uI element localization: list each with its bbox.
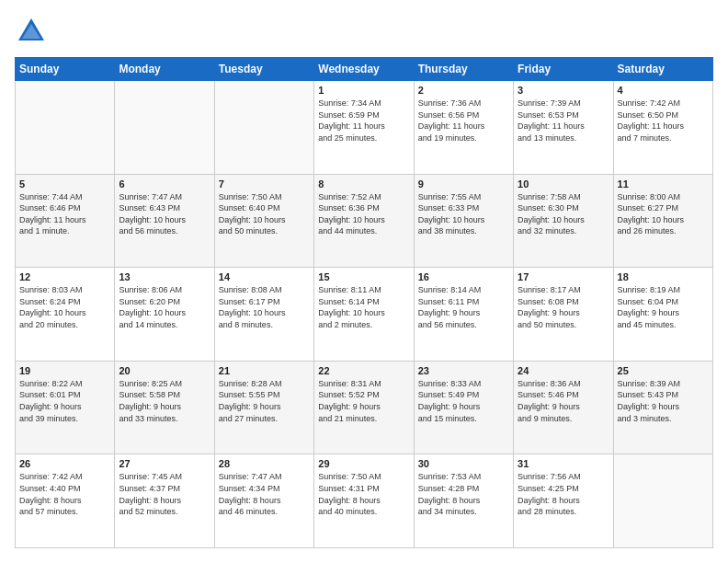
day-info: Sunrise: 8:00 AM Sunset: 6:27 PM Dayligh…: [618, 191, 709, 237]
calendar-cell: 15Sunrise: 8:11 AM Sunset: 6:14 PM Dayli…: [314, 268, 414, 362]
calendar-week-row: 5Sunrise: 7:44 AM Sunset: 6:46 PM Daylig…: [16, 174, 713, 268]
day-number: 3: [518, 85, 609, 96]
day-number: 27: [119, 458, 210, 469]
day-info: Sunrise: 8:36 AM Sunset: 5:46 PM Dayligh…: [518, 378, 609, 424]
day-number: 16: [418, 271, 509, 282]
calendar-cell: 25Sunrise: 8:39 AM Sunset: 5:43 PM Dayli…: [613, 361, 712, 454]
day-info: Sunrise: 7:44 AM Sunset: 6:46 PM Dayligh…: [19, 191, 110, 237]
day-number: 18: [618, 271, 709, 282]
calendar-day-header: Friday: [514, 58, 613, 81]
calendar-day-header: Wednesday: [314, 58, 414, 81]
day-info: Sunrise: 7:47 AM Sunset: 4:34 PM Dayligh…: [219, 471, 310, 517]
calendar-cell: 20Sunrise: 8:25 AM Sunset: 5:58 PM Dayli…: [115, 361, 214, 454]
calendar-cell: 2Sunrise: 7:36 AM Sunset: 6:56 PM Daylig…: [414, 81, 513, 175]
calendar-cell: 11Sunrise: 8:00 AM Sunset: 6:27 PM Dayli…: [613, 174, 712, 268]
calendar-day-header: Monday: [115, 58, 214, 81]
day-info: Sunrise: 7:56 AM Sunset: 4:25 PM Dayligh…: [518, 471, 609, 517]
day-info: Sunrise: 8:14 AM Sunset: 6:11 PM Dayligh…: [418, 284, 509, 330]
calendar-cell: 30Sunrise: 7:53 AM Sunset: 4:28 PM Dayli…: [414, 454, 513, 548]
calendar-cell: [16, 81, 115, 175]
calendar-cell: 12Sunrise: 8:03 AM Sunset: 6:24 PM Dayli…: [16, 268, 115, 362]
calendar-cell: 17Sunrise: 8:17 AM Sunset: 6:08 PM Dayli…: [514, 268, 613, 362]
day-number: 30: [418, 458, 509, 469]
day-number: 25: [618, 365, 709, 376]
calendar-cell: 14Sunrise: 8:08 AM Sunset: 6:17 PM Dayli…: [214, 268, 313, 362]
calendar-cell: [214, 81, 313, 175]
calendar-cell: 5Sunrise: 7:44 AM Sunset: 6:46 PM Daylig…: [16, 174, 115, 268]
calendar-cell: 24Sunrise: 8:36 AM Sunset: 5:46 PM Dayli…: [514, 361, 613, 454]
day-number: 23: [418, 365, 509, 376]
calendar-cell: 10Sunrise: 7:58 AM Sunset: 6:30 PM Dayli…: [514, 174, 613, 268]
day-info: Sunrise: 7:50 AM Sunset: 4:31 PM Dayligh…: [318, 471, 409, 517]
day-info: Sunrise: 8:11 AM Sunset: 6:14 PM Dayligh…: [318, 284, 409, 330]
calendar-week-row: 19Sunrise: 8:22 AM Sunset: 6:01 PM Dayli…: [16, 361, 713, 454]
logo: [15, 15, 51, 48]
day-info: Sunrise: 7:47 AM Sunset: 6:43 PM Dayligh…: [119, 191, 210, 237]
day-info: Sunrise: 7:50 AM Sunset: 6:40 PM Dayligh…: [219, 191, 310, 237]
day-number: 2: [418, 85, 509, 96]
calendar-cell: 19Sunrise: 8:22 AM Sunset: 6:01 PM Dayli…: [16, 361, 115, 454]
day-number: 9: [418, 178, 509, 190]
day-number: 12: [19, 271, 110, 282]
calendar-cell: 8Sunrise: 7:52 AM Sunset: 6:36 PM Daylig…: [314, 174, 414, 268]
day-info: Sunrise: 7:45 AM Sunset: 4:37 PM Dayligh…: [119, 471, 210, 517]
day-info: Sunrise: 7:42 AM Sunset: 6:50 PM Dayligh…: [618, 98, 709, 144]
day-info: Sunrise: 7:34 AM Sunset: 6:59 PM Dayligh…: [318, 98, 409, 144]
day-number: 19: [19, 365, 110, 376]
day-info: Sunrise: 7:58 AM Sunset: 6:30 PM Dayligh…: [518, 191, 609, 237]
day-number: 28: [219, 458, 310, 469]
day-info: Sunrise: 7:42 AM Sunset: 4:40 PM Dayligh…: [19, 471, 110, 517]
day-info: Sunrise: 8:39 AM Sunset: 5:43 PM Dayligh…: [618, 378, 709, 424]
calendar-day-header: Thursday: [414, 58, 513, 81]
day-number: 6: [119, 178, 210, 190]
day-info: Sunrise: 8:17 AM Sunset: 6:08 PM Dayligh…: [518, 284, 609, 330]
day-info: Sunrise: 8:03 AM Sunset: 6:24 PM Dayligh…: [19, 284, 110, 330]
day-info: Sunrise: 8:33 AM Sunset: 5:49 PM Dayligh…: [418, 378, 509, 424]
day-info: Sunrise: 8:28 AM Sunset: 5:55 PM Dayligh…: [219, 378, 310, 424]
calendar-cell: 28Sunrise: 7:47 AM Sunset: 4:34 PM Dayli…: [214, 454, 313, 548]
day-number: 11: [618, 178, 709, 190]
calendar-week-row: 1Sunrise: 7:34 AM Sunset: 6:59 PM Daylig…: [16, 81, 713, 175]
day-info: Sunrise: 8:19 AM Sunset: 6:04 PM Dayligh…: [618, 284, 709, 330]
calendar-cell: 4Sunrise: 7:42 AM Sunset: 6:50 PM Daylig…: [613, 81, 712, 175]
day-info: Sunrise: 7:36 AM Sunset: 6:56 PM Dayligh…: [418, 98, 509, 144]
calendar-cell: 16Sunrise: 8:14 AM Sunset: 6:11 PM Dayli…: [414, 268, 513, 362]
calendar-cell: 21Sunrise: 8:28 AM Sunset: 5:55 PM Dayli…: [214, 361, 313, 454]
calendar-week-row: 12Sunrise: 8:03 AM Sunset: 6:24 PM Dayli…: [16, 268, 713, 362]
day-number: 5: [19, 178, 110, 190]
calendar-cell: 29Sunrise: 7:50 AM Sunset: 4:31 PM Dayli…: [314, 454, 414, 548]
day-number: 29: [318, 458, 409, 469]
day-info: Sunrise: 7:55 AM Sunset: 6:33 PM Dayligh…: [418, 191, 509, 237]
header: [15, 15, 713, 48]
day-number: 17: [518, 271, 609, 282]
day-number: 15: [318, 271, 409, 282]
day-number: 8: [318, 178, 409, 190]
day-number: 20: [119, 365, 210, 376]
day-info: Sunrise: 7:53 AM Sunset: 4:28 PM Dayligh…: [418, 471, 509, 517]
calendar-cell: 9Sunrise: 7:55 AM Sunset: 6:33 PM Daylig…: [414, 174, 513, 268]
day-number: 31: [518, 458, 609, 469]
day-number: 10: [518, 178, 609, 190]
day-number: 24: [518, 365, 609, 376]
calendar-cell: 22Sunrise: 8:31 AM Sunset: 5:52 PM Dayli…: [314, 361, 414, 454]
day-number: 4: [618, 85, 709, 96]
calendar-cell: 7Sunrise: 7:50 AM Sunset: 6:40 PM Daylig…: [214, 174, 313, 268]
calendar-cell: [613, 454, 712, 548]
calendar-cell: 27Sunrise: 7:45 AM Sunset: 4:37 PM Dayli…: [115, 454, 214, 548]
day-number: 26: [19, 458, 110, 469]
calendar-cell: 31Sunrise: 7:56 AM Sunset: 4:25 PM Dayli…: [514, 454, 613, 548]
day-info: Sunrise: 8:08 AM Sunset: 6:17 PM Dayligh…: [219, 284, 310, 330]
day-number: 1: [318, 85, 409, 96]
day-info: Sunrise: 7:52 AM Sunset: 6:36 PM Dayligh…: [318, 191, 409, 237]
day-number: 21: [219, 365, 310, 376]
day-number: 13: [119, 271, 210, 282]
calendar-cell: 26Sunrise: 7:42 AM Sunset: 4:40 PM Dayli…: [16, 454, 115, 548]
calendar-cell: [115, 81, 214, 175]
calendar-day-header: Tuesday: [214, 58, 313, 81]
day-number: 14: [219, 271, 310, 282]
calendar-table: SundayMondayTuesdayWednesdayThursdayFrid…: [15, 57, 713, 548]
calendar-header-row: SundayMondayTuesdayWednesdayThursdayFrid…: [16, 58, 713, 81]
day-info: Sunrise: 8:25 AM Sunset: 5:58 PM Dayligh…: [119, 378, 210, 424]
day-info: Sunrise: 8:31 AM Sunset: 5:52 PM Dayligh…: [318, 378, 409, 424]
page: SundayMondayTuesdayWednesdayThursdayFrid…: [0, 0, 728, 563]
